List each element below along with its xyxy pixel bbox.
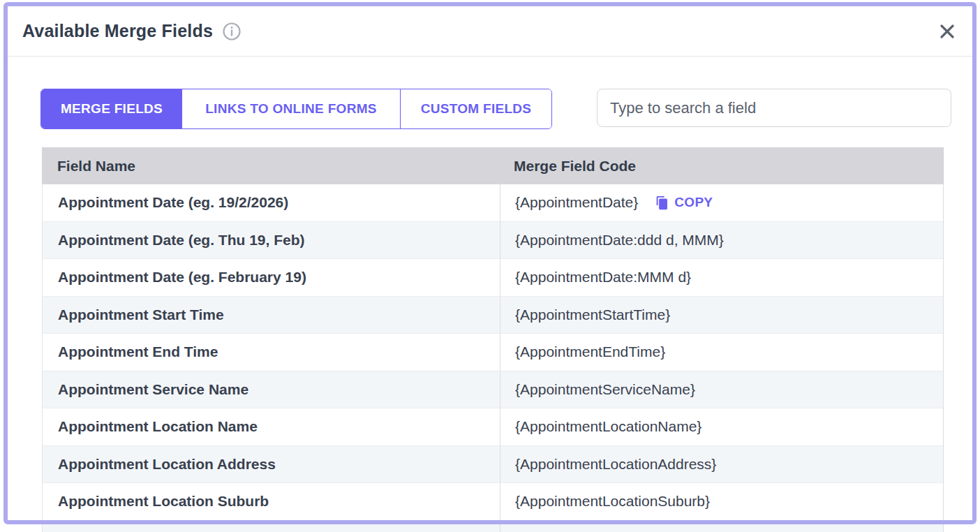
- merge-field-code: {AppointmentLocationSuburb}: [515, 493, 710, 510]
- merge-field-code: {AppointmentLocationAddress}: [515, 456, 716, 473]
- close-icon[interactable]: [933, 17, 961, 45]
- merge-field-code-cell: {AppointmentDate:ddd d, MMM}: [500, 221, 944, 259]
- modal-header: Available Merge Fields: [8, 6, 972, 57]
- copy-button[interactable]: COPY: [655, 195, 713, 210]
- search-wrap: [597, 89, 951, 127]
- table-row[interactable]: Appointment Location Name{AppointmentLoc…: [43, 408, 943, 446]
- table-body: Appointment Date (eg. 19/2/2026){Appoint…: [42, 184, 944, 532]
- table-row[interactable]: [43, 521, 943, 532]
- field-name-cell: Appointment Service Name: [43, 381, 500, 398]
- tab-links-to-online-forms[interactable]: LINKS TO ONLINE FORMS: [182, 89, 401, 128]
- table-row[interactable]: Appointment Date (eg. February 19){Appoi…: [43, 259, 943, 297]
- table-row[interactable]: Appointment Service Name{AppointmentServ…: [43, 371, 943, 409]
- tab-group: MERGE FIELDSLINKS TO ONLINE FORMSCUSTOM …: [40, 89, 552, 129]
- merge-field-code-cell: [500, 520, 944, 532]
- toolbar: MERGE FIELDSLINKS TO ONLINE FORMSCUSTOM …: [40, 89, 951, 129]
- table-row[interactable]: Appointment Location Address{Appointment…: [43, 446, 943, 484]
- merge-field-code-cell: {AppointmentDate}COPY: [500, 184, 944, 222]
- table-row[interactable]: Appointment Location Suburb{AppointmentL…: [43, 483, 943, 521]
- table-row[interactable]: Appointment Date (eg. 19/2/2026){Appoint…: [43, 184, 943, 222]
- merge-field-code: {AppointmentStartTime}: [515, 306, 670, 323]
- copy-icon: [655, 195, 669, 210]
- table-row[interactable]: Appointment Date (eg. Thu 19, Feb){Appoi…: [43, 222, 943, 260]
- field-name-cell: Appointment End Time: [43, 343, 500, 360]
- merge-field-code: {AppointmentEndTime}: [515, 343, 665, 360]
- table-header: Field Name Merge Field Code: [42, 147, 944, 184]
- page-title: Available Merge Fields: [22, 21, 213, 41]
- merge-field-code-cell: {AppointmentEndTime}: [500, 334, 944, 371]
- merge-field-code: {AppointmentDate:MMM d}: [515, 269, 691, 286]
- merge-field-code: {AppointmentDate}: [515, 194, 638, 211]
- table-row[interactable]: Appointment End Time{AppointmentEndTime}: [43, 334, 943, 371]
- search-input[interactable]: [597, 89, 951, 127]
- merge-field-code-cell: {AppointmentDate:MMM d}: [500, 259, 944, 297]
- merge-field-code-cell: {AppointmentLocationAddress}: [500, 445, 944, 483]
- table-row[interactable]: Appointment Start Time{AppointmentStartT…: [43, 297, 943, 334]
- tab-merge-fields[interactable]: MERGE FIELDS: [41, 89, 182, 128]
- merge-field-code: {AppointmentLocationName}: [515, 418, 701, 435]
- merge-field-code-cell: {AppointmentLocationSuburb}: [500, 483, 944, 521]
- merge-field-code-cell: {AppointmentStartTime}: [500, 296, 944, 334]
- copy-label: COPY: [674, 195, 713, 210]
- field-name-cell: Appointment Location Suburb: [43, 493, 500, 510]
- field-name-cell: Appointment Date (eg. Thu 19, Feb): [43, 232, 500, 249]
- field-name-cell: Appointment Date (eg. February 19): [43, 269, 500, 286]
- tab-custom-fields[interactable]: CUSTOM FIELDS: [401, 89, 551, 128]
- info-icon[interactable]: [223, 22, 241, 40]
- merge-field-code: {AppointmentServiceName}: [515, 381, 695, 398]
- modal-panel: Available Merge Fields MERGE FIELDSLINKS…: [8, 6, 972, 532]
- merge-fields-table: Field Name Merge Field Code Appointment …: [42, 147, 944, 532]
- column-header-merge-field-code: Merge Field Code: [499, 158, 944, 175]
- merge-fields-dialog: Available Merge Fields MERGE FIELDSLINKS…: [0, 0, 980, 532]
- merge-field-code-cell: {AppointmentLocationName}: [500, 408, 944, 446]
- merge-field-code: {AppointmentDate:ddd d, MMM}: [515, 232, 724, 249]
- field-name-cell: Appointment Start Time: [43, 306, 500, 323]
- field-name-cell: Appointment Location Name: [43, 418, 500, 435]
- field-name-cell: Appointment Date (eg. 19/2/2026): [43, 194, 500, 211]
- column-header-field-name: Field Name: [42, 158, 499, 175]
- field-name-cell: Appointment Location Address: [43, 456, 500, 473]
- merge-field-code-cell: {AppointmentServiceName}: [500, 371, 944, 408]
